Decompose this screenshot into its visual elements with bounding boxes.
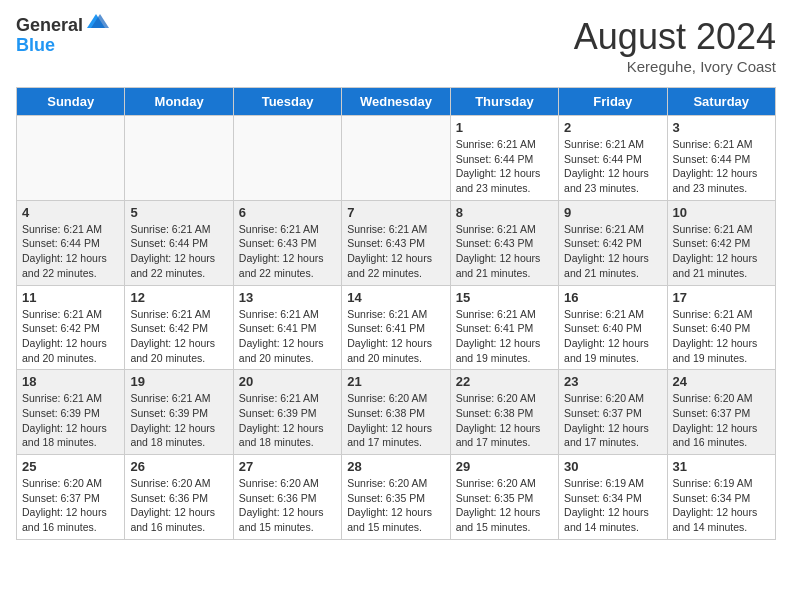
- day-info: Sunrise: 6:21 AMSunset: 6:41 PMDaylight:…: [456, 307, 553, 366]
- calendar-day-cell: 15Sunrise: 6:21 AMSunset: 6:41 PMDayligh…: [450, 285, 558, 370]
- day-info: Sunrise: 6:20 AMSunset: 6:36 PMDaylight:…: [239, 476, 336, 535]
- day-number: 17: [673, 290, 770, 305]
- day-number: 2: [564, 120, 661, 135]
- day-info: Sunrise: 6:20 AMSunset: 6:38 PMDaylight:…: [347, 391, 444, 450]
- day-info: Sunrise: 6:21 AMSunset: 6:44 PMDaylight:…: [22, 222, 119, 281]
- month-year-title: August 2024: [574, 16, 776, 58]
- day-number: 22: [456, 374, 553, 389]
- day-number: 28: [347, 459, 444, 474]
- day-info: Sunrise: 6:20 AMSunset: 6:37 PMDaylight:…: [564, 391, 661, 450]
- weekday-header-monday: Monday: [125, 88, 233, 116]
- calendar-day-cell: 29Sunrise: 6:20 AMSunset: 6:35 PMDayligh…: [450, 455, 558, 540]
- day-number: 15: [456, 290, 553, 305]
- day-number: 5: [130, 205, 227, 220]
- weekday-header-thursday: Thursday: [450, 88, 558, 116]
- day-number: 25: [22, 459, 119, 474]
- calendar-day-cell: 8Sunrise: 6:21 AMSunset: 6:43 PMDaylight…: [450, 200, 558, 285]
- day-number: 12: [130, 290, 227, 305]
- weekday-header-wednesday: Wednesday: [342, 88, 450, 116]
- day-number: 21: [347, 374, 444, 389]
- calendar-week-row: 4Sunrise: 6:21 AMSunset: 6:44 PMDaylight…: [17, 200, 776, 285]
- calendar-day-cell: 4Sunrise: 6:21 AMSunset: 6:44 PMDaylight…: [17, 200, 125, 285]
- day-number: 11: [22, 290, 119, 305]
- day-info: Sunrise: 6:21 AMSunset: 6:43 PMDaylight:…: [239, 222, 336, 281]
- calendar-week-row: 18Sunrise: 6:21 AMSunset: 6:39 PMDayligh…: [17, 370, 776, 455]
- day-number: 1: [456, 120, 553, 135]
- day-number: 7: [347, 205, 444, 220]
- weekday-header-tuesday: Tuesday: [233, 88, 341, 116]
- calendar-day-cell: 21Sunrise: 6:20 AMSunset: 6:38 PMDayligh…: [342, 370, 450, 455]
- day-number: 29: [456, 459, 553, 474]
- day-info: Sunrise: 6:21 AMSunset: 6:40 PMDaylight:…: [564, 307, 661, 366]
- weekday-header-saturday: Saturday: [667, 88, 775, 116]
- day-number: 10: [673, 205, 770, 220]
- day-number: 18: [22, 374, 119, 389]
- calendar-table: SundayMondayTuesdayWednesdayThursdayFrid…: [16, 87, 776, 540]
- calendar-day-cell: 18Sunrise: 6:21 AMSunset: 6:39 PMDayligh…: [17, 370, 125, 455]
- calendar-day-cell: 1Sunrise: 6:21 AMSunset: 6:44 PMDaylight…: [450, 116, 558, 201]
- calendar-day-cell: 3Sunrise: 6:21 AMSunset: 6:44 PMDaylight…: [667, 116, 775, 201]
- logo-icon: [87, 10, 109, 32]
- calendar-day-cell: 25Sunrise: 6:20 AMSunset: 6:37 PMDayligh…: [17, 455, 125, 540]
- day-info: Sunrise: 6:21 AMSunset: 6:43 PMDaylight:…: [347, 222, 444, 281]
- day-number: 6: [239, 205, 336, 220]
- day-number: 26: [130, 459, 227, 474]
- day-number: 8: [456, 205, 553, 220]
- calendar-day-cell: 16Sunrise: 6:21 AMSunset: 6:40 PMDayligh…: [559, 285, 667, 370]
- calendar-day-cell: 23Sunrise: 6:20 AMSunset: 6:37 PMDayligh…: [559, 370, 667, 455]
- day-info: Sunrise: 6:21 AMSunset: 6:44 PMDaylight:…: [673, 137, 770, 196]
- day-number: 23: [564, 374, 661, 389]
- calendar-day-cell: [342, 116, 450, 201]
- day-info: Sunrise: 6:19 AMSunset: 6:34 PMDaylight:…: [564, 476, 661, 535]
- logo-blue: Blue: [16, 35, 55, 55]
- day-number: 13: [239, 290, 336, 305]
- day-info: Sunrise: 6:21 AMSunset: 6:44 PMDaylight:…: [564, 137, 661, 196]
- day-info: Sunrise: 6:21 AMSunset: 6:43 PMDaylight:…: [456, 222, 553, 281]
- calendar-day-cell: 24Sunrise: 6:20 AMSunset: 6:37 PMDayligh…: [667, 370, 775, 455]
- calendar-day-cell: [125, 116, 233, 201]
- calendar-week-row: 11Sunrise: 6:21 AMSunset: 6:42 PMDayligh…: [17, 285, 776, 370]
- calendar-day-cell: 17Sunrise: 6:21 AMSunset: 6:40 PMDayligh…: [667, 285, 775, 370]
- day-info: Sunrise: 6:20 AMSunset: 6:38 PMDaylight:…: [456, 391, 553, 450]
- day-number: 31: [673, 459, 770, 474]
- day-number: 19: [130, 374, 227, 389]
- calendar-day-cell: 6Sunrise: 6:21 AMSunset: 6:43 PMDaylight…: [233, 200, 341, 285]
- day-info: Sunrise: 6:21 AMSunset: 6:40 PMDaylight:…: [673, 307, 770, 366]
- title-block: August 2024 Kereguhe, Ivory Coast: [574, 16, 776, 75]
- calendar-day-cell: 9Sunrise: 6:21 AMSunset: 6:42 PMDaylight…: [559, 200, 667, 285]
- logo: General Blue: [16, 16, 83, 56]
- calendar-day-cell: 19Sunrise: 6:21 AMSunset: 6:39 PMDayligh…: [125, 370, 233, 455]
- calendar-day-cell: 10Sunrise: 6:21 AMSunset: 6:42 PMDayligh…: [667, 200, 775, 285]
- day-info: Sunrise: 6:21 AMSunset: 6:42 PMDaylight:…: [22, 307, 119, 366]
- calendar-day-cell: 31Sunrise: 6:19 AMSunset: 6:34 PMDayligh…: [667, 455, 775, 540]
- calendar-day-cell: 30Sunrise: 6:19 AMSunset: 6:34 PMDayligh…: [559, 455, 667, 540]
- day-number: 30: [564, 459, 661, 474]
- day-info: Sunrise: 6:19 AMSunset: 6:34 PMDaylight:…: [673, 476, 770, 535]
- day-number: 4: [22, 205, 119, 220]
- calendar-day-cell: [233, 116, 341, 201]
- day-number: 16: [564, 290, 661, 305]
- day-number: 9: [564, 205, 661, 220]
- day-info: Sunrise: 6:20 AMSunset: 6:37 PMDaylight:…: [22, 476, 119, 535]
- day-info: Sunrise: 6:21 AMSunset: 6:42 PMDaylight:…: [564, 222, 661, 281]
- day-info: Sunrise: 6:20 AMSunset: 6:35 PMDaylight:…: [347, 476, 444, 535]
- day-info: Sunrise: 6:21 AMSunset: 6:41 PMDaylight:…: [347, 307, 444, 366]
- day-info: Sunrise: 6:21 AMSunset: 6:39 PMDaylight:…: [22, 391, 119, 450]
- calendar-day-cell: 5Sunrise: 6:21 AMSunset: 6:44 PMDaylight…: [125, 200, 233, 285]
- day-number: 27: [239, 459, 336, 474]
- calendar-day-cell: 22Sunrise: 6:20 AMSunset: 6:38 PMDayligh…: [450, 370, 558, 455]
- day-number: 20: [239, 374, 336, 389]
- calendar-day-cell: 7Sunrise: 6:21 AMSunset: 6:43 PMDaylight…: [342, 200, 450, 285]
- calendar-day-cell: 2Sunrise: 6:21 AMSunset: 6:44 PMDaylight…: [559, 116, 667, 201]
- day-info: Sunrise: 6:20 AMSunset: 6:36 PMDaylight:…: [130, 476, 227, 535]
- calendar-day-cell: 20Sunrise: 6:21 AMSunset: 6:39 PMDayligh…: [233, 370, 341, 455]
- calendar-day-cell: 27Sunrise: 6:20 AMSunset: 6:36 PMDayligh…: [233, 455, 341, 540]
- day-info: Sunrise: 6:21 AMSunset: 6:44 PMDaylight:…: [130, 222, 227, 281]
- day-info: Sunrise: 6:20 AMSunset: 6:37 PMDaylight:…: [673, 391, 770, 450]
- calendar-day-cell: 26Sunrise: 6:20 AMSunset: 6:36 PMDayligh…: [125, 455, 233, 540]
- calendar-day-cell: 13Sunrise: 6:21 AMSunset: 6:41 PMDayligh…: [233, 285, 341, 370]
- day-info: Sunrise: 6:21 AMSunset: 6:39 PMDaylight:…: [130, 391, 227, 450]
- calendar-day-cell: 14Sunrise: 6:21 AMSunset: 6:41 PMDayligh…: [342, 285, 450, 370]
- location-subtitle: Kereguhe, Ivory Coast: [574, 58, 776, 75]
- day-info: Sunrise: 6:21 AMSunset: 6:41 PMDaylight:…: [239, 307, 336, 366]
